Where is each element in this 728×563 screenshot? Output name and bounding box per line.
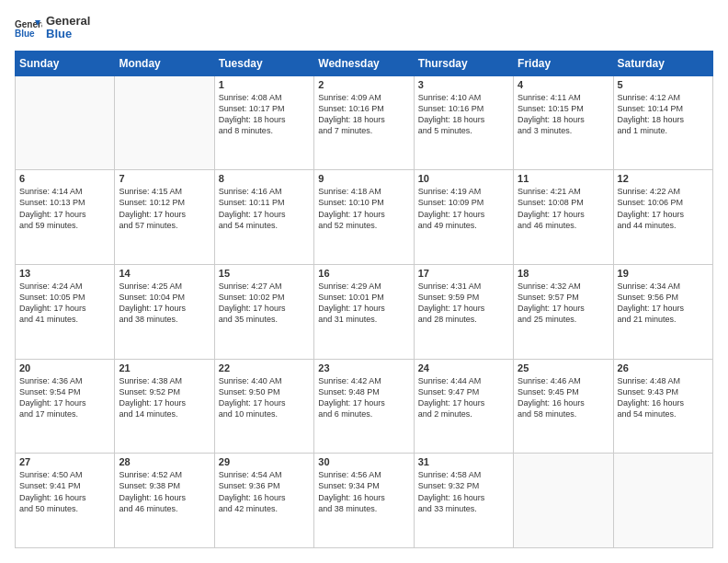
calendar-cell: 22Sunrise: 4:40 AM Sunset: 9:50 PM Dayli… [214, 359, 313, 454]
calendar-cell: 6Sunrise: 4:14 AM Sunset: 10:13 PM Dayli… [16, 170, 115, 265]
day-info: Sunrise: 4:19 AM Sunset: 10:09 PM Daylig… [418, 186, 509, 231]
day-info: Sunrise: 4:38 AM Sunset: 9:52 PM Dayligh… [119, 375, 210, 420]
header: General Blue General Blue [15, 15, 713, 41]
day-info: Sunrise: 4:21 AM Sunset: 10:08 PM Daylig… [518, 186, 609, 231]
day-number: 15 [219, 268, 310, 279]
calendar-cell: 28Sunrise: 4:52 AM Sunset: 9:38 PM Dayli… [115, 454, 214, 548]
calendar-cell [613, 454, 712, 548]
calendar-week-row: 27Sunrise: 4:50 AM Sunset: 9:41 PM Dayli… [16, 454, 713, 548]
logo-blue: Blue [46, 28, 90, 40]
day-info: Sunrise: 4:44 AM Sunset: 9:47 PM Dayligh… [418, 375, 509, 420]
calendar-cell: 14Sunrise: 4:25 AM Sunset: 10:04 PM Dayl… [115, 264, 214, 359]
day-number: 6 [19, 173, 110, 184]
day-info: Sunrise: 4:25 AM Sunset: 10:04 PM Daylig… [119, 281, 210, 326]
calendar-cell: 27Sunrise: 4:50 AM Sunset: 9:41 PM Dayli… [16, 454, 115, 548]
day-number: 20 [19, 362, 110, 373]
calendar-week-row: 6Sunrise: 4:14 AM Sunset: 10:13 PM Dayli… [16, 170, 713, 265]
day-number: 1 [219, 79, 310, 90]
day-info: Sunrise: 4:40 AM Sunset: 9:50 PM Dayligh… [219, 375, 310, 420]
day-info: Sunrise: 4:12 AM Sunset: 10:14 PM Daylig… [618, 92, 709, 137]
day-number: 18 [518, 268, 609, 279]
calendar-cell: 20Sunrise: 4:36 AM Sunset: 9:54 PM Dayli… [16, 359, 115, 454]
day-number: 30 [318, 456, 409, 467]
calendar-week-row: 1Sunrise: 4:08 AM Sunset: 10:17 PM Dayli… [16, 75, 713, 170]
day-number: 19 [618, 268, 709, 279]
day-info: Sunrise: 4:31 AM Sunset: 9:59 PM Dayligh… [418, 281, 509, 326]
day-info: Sunrise: 4:54 AM Sunset: 9:36 PM Dayligh… [219, 469, 310, 514]
logo: General Blue General Blue [15, 15, 90, 41]
day-number: 27 [19, 456, 110, 467]
day-info: Sunrise: 4:42 AM Sunset: 9:48 PM Dayligh… [318, 375, 409, 420]
day-number: 24 [418, 362, 509, 373]
calendar-cell [16, 75, 115, 170]
calendar-cell: 30Sunrise: 4:56 AM Sunset: 9:34 PM Dayli… [314, 454, 414, 548]
day-number: 11 [518, 173, 609, 184]
calendar-cell: 9Sunrise: 4:18 AM Sunset: 10:10 PM Dayli… [314, 170, 414, 265]
calendar-cell: 23Sunrise: 4:42 AM Sunset: 9:48 PM Dayli… [314, 359, 414, 454]
day-info: Sunrise: 4:18 AM Sunset: 10:10 PM Daylig… [318, 186, 409, 231]
calendar-cell: 29Sunrise: 4:54 AM Sunset: 9:36 PM Dayli… [214, 454, 313, 548]
calendar-cell: 15Sunrise: 4:27 AM Sunset: 10:02 PM Dayl… [214, 264, 313, 359]
col-header-tuesday: Tuesday [214, 51, 313, 75]
day-info: Sunrise: 4:46 AM Sunset: 9:45 PM Dayligh… [518, 375, 609, 420]
day-number: 4 [518, 79, 609, 90]
day-number: 14 [119, 268, 210, 279]
day-info: Sunrise: 4:15 AM Sunset: 10:12 PM Daylig… [119, 186, 210, 231]
day-number: 5 [618, 79, 709, 90]
calendar-cell: 10Sunrise: 4:19 AM Sunset: 10:09 PM Dayl… [414, 170, 513, 265]
day-number: 21 [119, 362, 210, 373]
day-info: Sunrise: 4:32 AM Sunset: 9:57 PM Dayligh… [518, 281, 609, 326]
svg-text:Blue: Blue [15, 29, 35, 39]
day-number: 10 [418, 173, 509, 184]
day-number: 23 [318, 362, 409, 373]
day-info: Sunrise: 4:50 AM Sunset: 9:41 PM Dayligh… [19, 469, 110, 514]
day-info: Sunrise: 4:48 AM Sunset: 9:43 PM Dayligh… [618, 375, 709, 420]
calendar-cell: 26Sunrise: 4:48 AM Sunset: 9:43 PM Dayli… [613, 359, 712, 454]
day-info: Sunrise: 4:09 AM Sunset: 10:16 PM Daylig… [318, 92, 409, 137]
day-number: 31 [418, 456, 509, 467]
day-number: 8 [219, 173, 310, 184]
day-info: Sunrise: 4:56 AM Sunset: 9:34 PM Dayligh… [318, 469, 409, 514]
day-info: Sunrise: 4:58 AM Sunset: 9:32 PM Dayligh… [418, 469, 509, 514]
calendar-cell: 16Sunrise: 4:29 AM Sunset: 10:01 PM Dayl… [314, 264, 414, 359]
calendar-cell: 7Sunrise: 4:15 AM Sunset: 10:12 PM Dayli… [115, 170, 214, 265]
col-header-sunday: Sunday [16, 51, 115, 75]
calendar-cell: 4Sunrise: 4:11 AM Sunset: 10:15 PM Dayli… [514, 75, 613, 170]
calendar-cell: 21Sunrise: 4:38 AM Sunset: 9:52 PM Dayli… [115, 359, 214, 454]
calendar-cell: 2Sunrise: 4:09 AM Sunset: 10:16 PM Dayli… [314, 75, 414, 170]
calendar-week-row: 13Sunrise: 4:24 AM Sunset: 10:05 PM Dayl… [16, 264, 713, 359]
day-number: 2 [318, 79, 409, 90]
calendar-cell: 19Sunrise: 4:34 AM Sunset: 9:56 PM Dayli… [613, 264, 712, 359]
calendar-cell: 24Sunrise: 4:44 AM Sunset: 9:47 PM Dayli… [414, 359, 513, 454]
day-number: 13 [19, 268, 110, 279]
calendar-cell: 5Sunrise: 4:12 AM Sunset: 10:14 PM Dayli… [613, 75, 712, 170]
day-number: 9 [318, 173, 409, 184]
day-number: 12 [618, 173, 709, 184]
calendar-cell: 31Sunrise: 4:58 AM Sunset: 9:32 PM Dayli… [414, 454, 513, 548]
day-number: 28 [119, 456, 210, 467]
calendar-cell: 3Sunrise: 4:10 AM Sunset: 10:16 PM Dayli… [414, 75, 513, 170]
day-info: Sunrise: 4:29 AM Sunset: 10:01 PM Daylig… [318, 281, 409, 326]
day-number: 26 [618, 362, 709, 373]
day-info: Sunrise: 4:36 AM Sunset: 9:54 PM Dayligh… [19, 375, 110, 420]
calendar-cell: 17Sunrise: 4:31 AM Sunset: 9:59 PM Dayli… [414, 264, 513, 359]
col-header-thursday: Thursday [414, 51, 513, 75]
day-number: 25 [518, 362, 609, 373]
calendar-cell: 12Sunrise: 4:22 AM Sunset: 10:06 PM Dayl… [613, 170, 712, 265]
col-header-friday: Friday [514, 51, 613, 75]
day-number: 7 [119, 173, 210, 184]
calendar-table: SundayMondayTuesdayWednesdayThursdayFrid… [15, 51, 713, 548]
calendar-cell: 1Sunrise: 4:08 AM Sunset: 10:17 PM Dayli… [214, 75, 313, 170]
calendar-cell: 8Sunrise: 4:16 AM Sunset: 10:11 PM Dayli… [214, 170, 313, 265]
col-header-wednesday: Wednesday [314, 51, 414, 75]
day-info: Sunrise: 4:10 AM Sunset: 10:16 PM Daylig… [418, 92, 509, 137]
day-number: 29 [219, 456, 310, 467]
day-info: Sunrise: 4:34 AM Sunset: 9:56 PM Dayligh… [618, 281, 709, 326]
day-number: 3 [418, 79, 509, 90]
day-info: Sunrise: 4:11 AM Sunset: 10:15 PM Daylig… [518, 92, 609, 137]
day-info: Sunrise: 4:27 AM Sunset: 10:02 PM Daylig… [219, 281, 310, 326]
logo-general: General [46, 15, 90, 28]
calendar-cell: 25Sunrise: 4:46 AM Sunset: 9:45 PM Dayli… [514, 359, 613, 454]
day-number: 17 [418, 268, 509, 279]
day-number: 16 [318, 268, 409, 279]
